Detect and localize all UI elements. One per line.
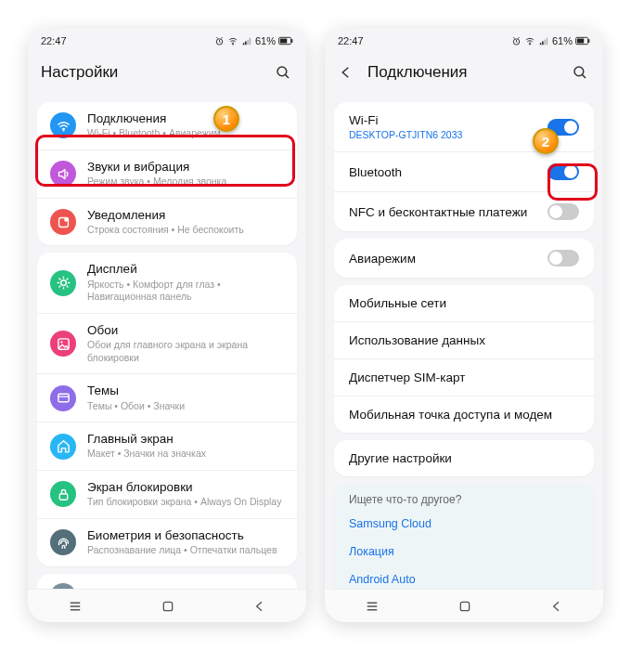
svg-rect-13 xyxy=(59,494,68,500)
svg-point-20 xyxy=(574,67,584,76)
row-title: Уведомления xyxy=(87,208,284,223)
svg-point-6 xyxy=(62,129,64,131)
themes-icon xyxy=(50,385,76,411)
toggle[interactable] xyxy=(547,119,579,136)
settings-row-priv[interactable]: Конфиденциальность xyxy=(37,574,297,589)
row-label: Использование данных xyxy=(349,333,579,347)
row-subtitle: Строка состояния • Не беспокоить xyxy=(87,224,284,237)
svg-point-8 xyxy=(64,217,68,221)
svg-rect-19 xyxy=(588,39,589,43)
status-bar: 22:47 61% xyxy=(325,28,603,50)
search-button[interactable] xyxy=(273,62,293,83)
lock-icon xyxy=(50,481,76,507)
row-subtitle: Яркость • Комфорт для глаз • Навигационн… xyxy=(87,279,284,304)
status-icons: 61% xyxy=(511,35,590,46)
nav-back[interactable] xyxy=(252,599,267,614)
row-label: Bluetooth xyxy=(349,165,547,179)
svg-point-11 xyxy=(60,341,62,343)
alarm-icon xyxy=(214,36,225,46)
signal-icon xyxy=(538,36,549,46)
settings-row-display[interactable]: Дисплей Яркость • Комфорт для глаз • Нав… xyxy=(37,253,297,312)
svg-rect-21 xyxy=(460,602,469,610)
notif-icon xyxy=(50,209,76,235)
row-label: Мобильные сети xyxy=(349,296,579,310)
row-title: Главный экран xyxy=(87,432,284,447)
nav-back[interactable] xyxy=(549,599,564,614)
battery-text: 61% xyxy=(255,35,276,46)
status-icons: 61% xyxy=(214,35,293,46)
settings-row-lock[interactable]: Экран блокировки Тип блокировки экрана •… xyxy=(37,470,297,518)
footer-link[interactable]: Android Auto xyxy=(334,566,594,589)
svg-rect-4 xyxy=(291,39,292,43)
row-sublabel: DESKTOP-GTJITN6 2033 xyxy=(349,129,547,140)
search-button[interactable] xyxy=(570,62,590,83)
wifi-icon xyxy=(50,112,76,138)
conn-row[interactable]: Bluetooth xyxy=(334,151,594,191)
row-subtitle: Wi-Fi • Bluetooth • Авиарежим xyxy=(87,127,284,140)
svg-point-1 xyxy=(233,44,234,45)
back-button[interactable] xyxy=(338,64,358,81)
nav-recents[interactable] xyxy=(364,598,380,615)
toggle[interactable] xyxy=(547,250,579,266)
row-title: Обои xyxy=(87,323,284,338)
settings-list[interactable]: Подключения Wi-Fi • Bluetooth • Авиарежи… xyxy=(28,95,306,589)
footer-heading: Ищете что-то другое? xyxy=(334,484,594,510)
header: Подключения xyxy=(325,50,603,95)
footer-link[interactable]: Локация xyxy=(334,538,594,566)
row-label: Диспетчер SIM-карт xyxy=(349,370,579,384)
settings-row-sound[interactable]: Звуки и вибрация Режим звука • Мелодия з… xyxy=(37,150,297,198)
conn-row[interactable]: Мобильные сети xyxy=(334,285,594,321)
footer-link[interactable]: Samsung Cloud xyxy=(334,510,594,538)
row-subtitle: Макет • Значки на значках xyxy=(87,448,284,461)
row-title: Биометрия и безопасность xyxy=(87,528,284,543)
settings-row-notif[interactable]: Уведомления Строка состояния • Не беспок… xyxy=(37,198,297,246)
settings-row-themes[interactable]: Темы Темы • Обои • Значки xyxy=(37,373,297,422)
nav-recents[interactable] xyxy=(67,598,84,615)
settings-row-wifi[interactable]: Подключения Wi-Fi • Bluetooth • Авиарежи… xyxy=(37,102,297,150)
conn-row[interactable]: Другие настройки xyxy=(334,440,594,476)
conn-row[interactable]: Использование данных xyxy=(334,321,594,358)
row-subtitle: Обои для главного экрана и экрана блокир… xyxy=(87,339,284,364)
home-icon xyxy=(50,434,76,460)
settings-row-bio[interactable]: Биометрия и безопасность Распознавание л… xyxy=(37,518,297,566)
connections-list[interactable]: Wi-Fi DESKTOP-GTJITN6 2033 Bluetooth NFC… xyxy=(325,95,603,589)
svg-rect-18 xyxy=(577,39,584,44)
svg-rect-3 xyxy=(280,39,287,44)
battery-icon xyxy=(278,36,293,46)
conn-row[interactable]: Авиарежим xyxy=(334,239,594,278)
toggle[interactable] xyxy=(547,163,579,180)
status-time: 22:47 xyxy=(41,35,67,46)
nav-bar xyxy=(28,589,306,622)
wifi-icon xyxy=(524,36,535,46)
page-title: Настройки xyxy=(41,63,264,82)
conn-row[interactable]: Мобильная точка доступа и модем xyxy=(334,396,594,433)
phone-left: 22:47 61% Настройки Подключения Wi-Fi • … xyxy=(28,28,306,622)
battery-text: 61% xyxy=(552,35,573,46)
row-label: Мобильная точка доступа и модем xyxy=(349,408,579,422)
row-subtitle: Режим звука • Мелодия звонка xyxy=(87,176,284,188)
conn-row[interactable]: NFC и бесконтактные платежи xyxy=(334,191,594,231)
row-title: Темы xyxy=(87,384,284,398)
svg-point-16 xyxy=(530,44,531,45)
settings-row-wall[interactable]: Обои Обои для главного экрана и экрана б… xyxy=(37,313,297,373)
wifi-icon xyxy=(227,36,238,46)
row-title: Звуки и вибрация xyxy=(87,160,284,175)
toggle[interactable] xyxy=(547,203,579,220)
display-icon xyxy=(50,270,76,296)
nav-home[interactable] xyxy=(457,599,472,614)
svg-point-5 xyxy=(277,67,287,76)
conn-row[interactable]: Диспетчер SIM-карт xyxy=(334,358,594,396)
status-time: 22:47 xyxy=(338,35,364,46)
nav-bar xyxy=(325,589,603,622)
nav-home[interactable] xyxy=(161,599,175,614)
conn-row[interactable]: Wi-Fi DESKTOP-GTJITN6 2033 xyxy=(334,102,594,151)
settings-row-home[interactable]: Главный экран Макет • Значки на значках xyxy=(37,422,297,470)
row-label: Авиарежим xyxy=(349,252,547,266)
row-label: Wi-Fi xyxy=(349,113,547,127)
header: Настройки xyxy=(28,50,306,95)
row-subtitle: Тип блокировки экрана • Always On Displa… xyxy=(87,496,284,509)
signal-icon xyxy=(241,36,252,46)
page-title: Подключения xyxy=(367,63,560,82)
alarm-icon xyxy=(511,36,522,46)
status-bar: 22:47 61% xyxy=(28,28,306,50)
